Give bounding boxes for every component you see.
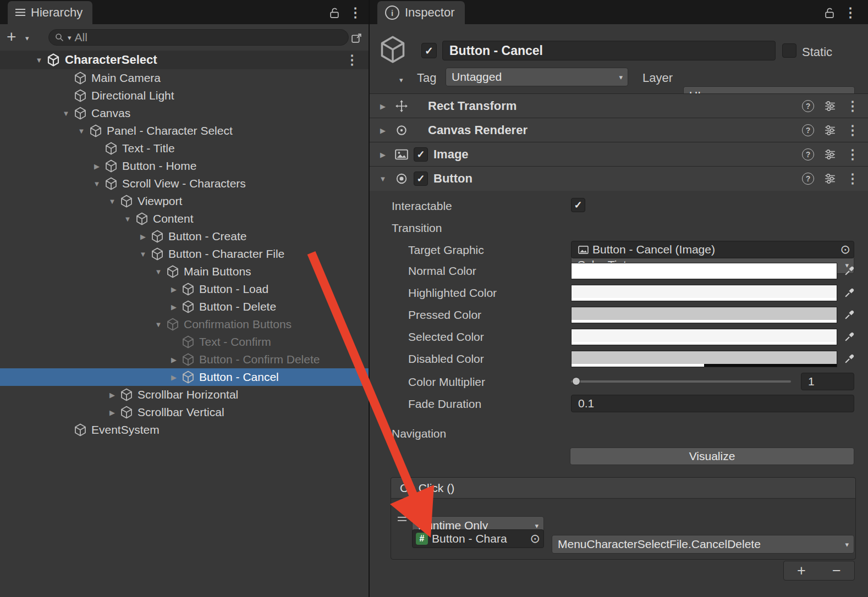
hierarchy-row[interactable]: ▼ Main Buttons [0, 263, 369, 280]
inspector-menu-icon[interactable]: ⋮ [844, 6, 857, 19]
add-gameobject-button[interactable]: + [7, 27, 17, 46]
component-header-canvas-renderer[interactable]: ▶ Canvas Renderer ? ⋮ [370, 118, 868, 142]
help-icon[interactable]: ? [802, 148, 814, 161]
search-filter-caret-icon[interactable]: ▾ [68, 34, 72, 42]
static-checkbox[interactable] [782, 43, 796, 58]
tag-dropdown[interactable]: Untagged ▾ [446, 68, 628, 86]
remove-event-button[interactable]: − [819, 561, 854, 580]
help-icon[interactable]: ? [802, 124, 814, 136]
foldout-icon[interactable]: ▼ [136, 250, 150, 258]
hierarchy-row[interactable]: Directional Light [0, 87, 369, 104]
foldout-icon[interactable]: ▼ [90, 180, 104, 188]
preset-icon[interactable] [824, 149, 836, 160]
foldout-icon[interactable]: ▶ [377, 102, 388, 110]
hierarchy-menu-icon[interactable]: ⋮ [349, 6, 362, 19]
slider-knob[interactable] [572, 377, 580, 385]
color-swatch[interactable] [571, 285, 837, 301]
hierarchy-search-input[interactable]: ▾ All [48, 29, 349, 46]
hierarchy-row[interactable]: Main Camera [0, 69, 369, 87]
eyedropper-icon[interactable] [844, 353, 855, 367]
hierarchy-row[interactable]: EventSystem [0, 421, 369, 439]
foldout-icon[interactable]: ▶ [377, 151, 388, 159]
hierarchy-row[interactable]: ▼ Button - Character File [0, 245, 369, 263]
component-menu-icon[interactable]: ⋮ [846, 100, 859, 113]
hierarchy-row[interactable]: ▼ Confirmation Buttons [0, 316, 369, 333]
button-enabled-checkbox[interactable]: ✓ [414, 172, 428, 186]
object-picker-icon[interactable]: ⊙ [530, 532, 540, 546]
function-dropdown[interactable]: MenuCharacterSelectFile.CancelDelete ▾ [552, 535, 854, 554]
hierarchy-row[interactable]: ▼ Scroll View - Characters [0, 175, 369, 192]
help-icon[interactable]: ? [802, 100, 814, 112]
foldout-icon[interactable]: ▶ [167, 373, 181, 382]
open-search-window-icon[interactable] [350, 31, 363, 45]
help-icon[interactable]: ? [802, 173, 814, 185]
foldout-icon[interactable]: ▼ [105, 197, 119, 206]
color-swatch[interactable] [571, 263, 837, 279]
hierarchy-row[interactable]: ▶ Button - Delete [0, 298, 369, 316]
on-click-header[interactable]: On Click () [391, 478, 855, 499]
gameobject-name-field[interactable]: Button - Cancel [442, 41, 776, 60]
lock-icon[interactable] [328, 6, 341, 19]
foldout-icon[interactable]: ▼ [120, 215, 135, 223]
component-menu-icon[interactable]: ⋮ [846, 124, 859, 137]
object-picker-icon[interactable]: ⊙ [840, 242, 850, 257]
scene-menu-icon[interactable]: ⋮ [345, 53, 359, 67]
target-graphic-object-field[interactable]: Button - Cancel (Image) ⊙ [571, 241, 854, 258]
preset-icon[interactable] [824, 101, 836, 112]
component-header-image[interactable]: ▶ ✓ Image ? ⋮ [370, 142, 868, 167]
visualize-button[interactable]: Visualize [570, 447, 854, 465]
icon-dropdown-caret-icon[interactable]: ▾ [399, 76, 403, 84]
interactable-checkbox[interactable]: ✓ [571, 198, 585, 212]
eyedropper-icon[interactable] [844, 331, 855, 345]
tab-inspector[interactable]: i Inspector [377, 1, 465, 24]
hierarchy-row[interactable]: ▶ Button - Create [0, 228, 369, 245]
image-enabled-checkbox[interactable]: ✓ [414, 147, 428, 162]
fade-duration-field[interactable]: 0.1 [571, 395, 854, 412]
foldout-icon[interactable]: ▶ [105, 408, 119, 417]
foldout-icon[interactable]: ▼ [59, 109, 73, 118]
hierarchy-row[interactable]: ▶ Button - Home [0, 157, 369, 175]
color-multiplier-slider[interactable] [571, 373, 791, 390]
component-menu-icon[interactable]: ⋮ [846, 148, 859, 161]
active-checkbox[interactable]: ✓ [421, 43, 437, 58]
hierarchy-row[interactable]: ▼ Canvas [0, 104, 369, 122]
scene-row[interactable]: ▼ CharacterSelect ⋮ [0, 51, 369, 69]
eyedropper-icon[interactable] [844, 265, 855, 279]
color-swatch[interactable] [571, 307, 837, 323]
foldout-icon[interactable]: ▼ [151, 268, 166, 276]
add-dropdown-caret-icon[interactable]: ▾ [25, 34, 29, 42]
hierarchy-row[interactable]: ▶ Button - Confirm Delete [0, 351, 369, 368]
component-header-rect-transform[interactable]: ▶ Rect Transform ? ⋮ [370, 93, 868, 118]
hierarchy-row[interactable]: ▼ Content [0, 210, 369, 228]
hierarchy-row[interactable]: ▶ Button - Cancel [0, 368, 369, 386]
color-swatch[interactable] [571, 329, 837, 345]
foldout-icon[interactable]: ▶ [90, 162, 104, 170]
foldout-icon[interactable]: ▼ [377, 175, 388, 183]
preset-icon[interactable] [824, 125, 836, 136]
hierarchy-row[interactable]: ▼ Panel - Character Select [0, 122, 369, 140]
color-swatch[interactable] [571, 351, 837, 367]
foldout-icon[interactable]: ▶ [167, 303, 181, 311]
preset-icon[interactable] [824, 173, 836, 184]
foldout-icon[interactable]: ▶ [105, 391, 119, 399]
foldout-icon[interactable]: ▶ [167, 356, 181, 364]
eyedropper-icon[interactable] [844, 287, 855, 301]
hierarchy-row[interactable]: ▶ Scrollbar Vertical [0, 403, 369, 421]
tab-hierarchy[interactable]: Hierarchy [8, 1, 92, 24]
foldout-icon[interactable]: ▼ [74, 127, 89, 135]
hierarchy-row[interactable]: Text - Title [0, 140, 369, 157]
foldout-icon[interactable]: ▶ [136, 233, 150, 241]
hierarchy-row[interactable]: ▶ Scrollbar Horizontal [0, 386, 369, 403]
foldout-icon[interactable]: ▶ [167, 285, 181, 294]
color-multiplier-value-field[interactable]: 1 [801, 373, 854, 390]
component-menu-icon[interactable]: ⋮ [846, 172, 859, 185]
slider-track[interactable] [571, 380, 791, 383]
hierarchy-row[interactable]: ▶ Button - Load [0, 280, 369, 298]
event-target-object-field[interactable]: # Button - Chara ⊙ [412, 529, 544, 548]
hierarchy-row[interactable]: ▼ Viewport [0, 192, 369, 210]
foldout-icon[interactable]: ▶ [377, 126, 388, 135]
add-event-button[interactable]: + [784, 561, 819, 580]
inspector-lock-icon[interactable] [823, 6, 836, 19]
scene-foldout-icon[interactable]: ▼ [32, 56, 46, 64]
eyedropper-icon[interactable] [844, 309, 855, 323]
